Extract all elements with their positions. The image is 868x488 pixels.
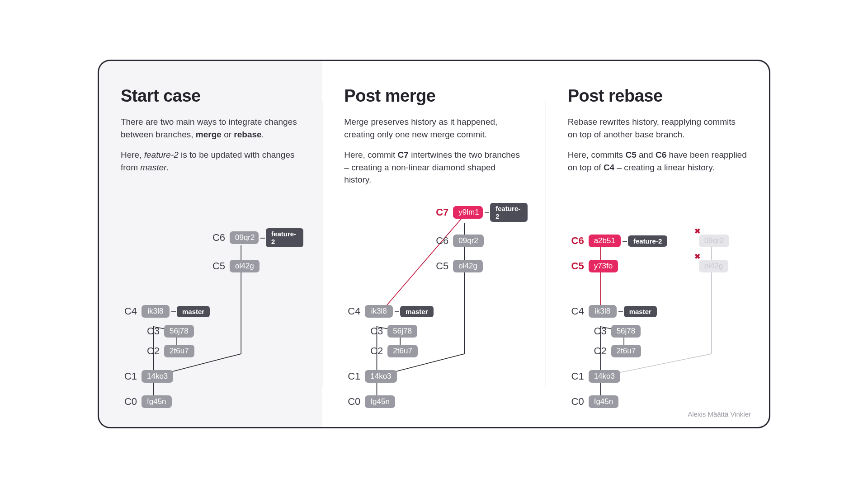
panel-title: Start case <box>121 86 300 106</box>
commit-c1: C1 14ko3 <box>121 370 173 383</box>
commit-c7: C7 y9lm1 feature-2 <box>432 203 527 222</box>
panel-post-merge: Post merge Merge preserves history as it… <box>322 61 545 427</box>
commit-c0: C0 fg45n <box>121 395 172 408</box>
panel-desc-1: There are two main ways to integrate cha… <box>121 116 300 141</box>
commit-c6: C6 09qr2 feature-2 <box>209 228 303 247</box>
commit-c3: C3 56j78 <box>590 325 641 338</box>
panel-desc-2: Here, commit C7 intertwines the two bran… <box>344 149 524 186</box>
commit-c4: C4 ik3l8 master <box>568 305 657 318</box>
branch-label-feature2: feature-2 <box>490 203 528 222</box>
attribution-text: Alexis Määttä Vinkler <box>688 410 751 418</box>
branch-label-feature2: feature-2 <box>628 235 667 247</box>
panel-post-rebase: Post rebase Rebase rewrites history, rea… <box>546 61 769 427</box>
panel-title: Post rebase <box>568 86 747 106</box>
commit-c1: C1 14ko3 <box>344 370 396 383</box>
deleted-marker-icon: ✖ <box>694 227 700 235</box>
commit-c1: C1 14ko3 <box>568 370 620 383</box>
panel-desc-1: Rebase rewrites history, reapplying comm… <box>568 116 747 141</box>
commit-c2: C2 2t6u7 <box>143 345 194 357</box>
commit-c6-ghost: 09qr2 <box>699 235 729 247</box>
commit-c6: C6 09qr2 <box>432 235 483 247</box>
commit-c4: C4 ik3l8 master <box>121 305 210 318</box>
commit-c5: C5 ol42g <box>432 260 483 272</box>
commit-c2: C2 2t6u7 <box>367 345 418 357</box>
panel-desc-2: Here, commits C5 and C6 have been reappl… <box>568 149 747 174</box>
commit-c5-ghost: ol42g <box>699 260 729 272</box>
branch-label-master: master <box>624 306 657 317</box>
branch-label-master: master <box>400 306 433 317</box>
diagram-frame: Start case There are two main ways to in… <box>98 60 770 428</box>
commit-c3: C3 56j78 <box>143 325 194 338</box>
branch-label-master: master <box>177 306 210 317</box>
graph-start: C0 fg45n C1 14ko3 C2 2t6u7 C3 56j78 C4 i… <box>121 196 300 408</box>
commit-c4: C4 ik3l8 master <box>344 305 433 318</box>
panel-desc-2: Here, feature-2 is to be updated with ch… <box>121 149 300 174</box>
commit-c3: C3 56j78 <box>367 325 417 338</box>
commit-c0: C0 fg45n <box>568 395 619 408</box>
panel-title: Post merge <box>344 86 524 106</box>
panel-start-case: Start case There are two main ways to in… <box>99 61 322 427</box>
commit-c5: C5 ol42g <box>209 260 259 272</box>
branch-label-feature2: feature-2 <box>266 228 303 247</box>
commit-c0: C0 fg45n <box>344 395 395 408</box>
commit-c2: C2 2t6u7 <box>590 345 642 357</box>
panel-desc-1: Merge preserves history as it happened, … <box>344 116 524 141</box>
commit-c5-rebased: C5 y73fo <box>568 260 618 272</box>
deleted-marker-icon: ✖ <box>694 252 700 261</box>
graph-rebase: C0 fg45n C1 14ko3 C2 2t6u7 C3 56j78 C4 i… <box>568 196 747 408</box>
commit-c6-rebased: C6 a2b51 feature-2 <box>568 235 668 247</box>
graph-merge: C0 fg45n C1 14ko3 C2 2t6u7 C3 56j78 C4 i… <box>344 196 524 408</box>
